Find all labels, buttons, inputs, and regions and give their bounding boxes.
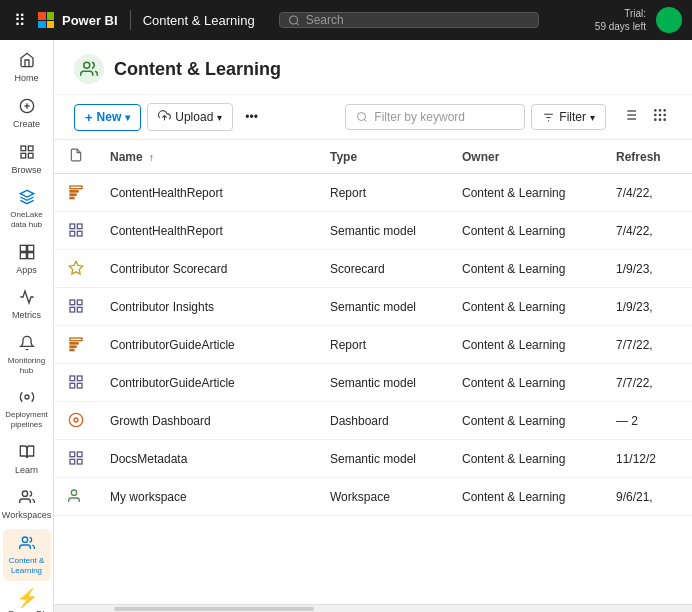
svg-rect-43 — [77, 224, 82, 229]
list-view-button[interactable] — [618, 103, 642, 131]
row-icon-cell — [54, 402, 98, 440]
sidebar-item-content-learning[interactable]: Content & Learning — [3, 529, 51, 581]
svg-point-16 — [84, 62, 90, 68]
table-row[interactable]: Contributor Insights Semantic model Cont… — [54, 288, 692, 326]
svg-point-29 — [655, 110, 656, 111]
sidebar-label-deployment: Deployment pipelines — [5, 410, 49, 429]
sidebar-item-powerbi[interactable]: ⚡ Power BI — [3, 583, 51, 612]
row-refresh: 7/7/22, — [604, 326, 692, 364]
filter-icon — [542, 111, 555, 124]
sidebar-item-learn[interactable]: Learn — [3, 438, 51, 482]
svg-rect-45 — [77, 231, 82, 236]
row-name: Contributor Scorecard — [98, 250, 318, 288]
row-owner: Content & Learning — [450, 440, 604, 478]
row-name: ContentHealthReport — [98, 212, 318, 250]
row-name: ContentHealthReport — [98, 174, 318, 212]
nav-divider — [130, 10, 131, 30]
sidebar-item-deployment[interactable]: Deployment pipelines — [3, 383, 51, 435]
svg-rect-42 — [70, 224, 75, 229]
sidebar-item-metrics[interactable]: Metrics — [3, 283, 51, 327]
row-type: Report — [318, 326, 450, 364]
user-avatar[interactable] — [656, 7, 682, 33]
table-row[interactable]: Growth Dashboard Dashboard Content & Lea… — [54, 402, 692, 440]
sidebar-item-workspaces[interactable]: Workspaces — [3, 483, 51, 527]
row-owner: Content & Learning — [450, 250, 604, 288]
content-table: Name ↑ Type Owner Refresh ContentHealthR… — [54, 140, 692, 604]
sidebar: Home Create Browse OneLake data hub Apps — [0, 40, 54, 612]
col-header-owner: Owner — [450, 140, 604, 174]
svg-rect-41 — [70, 197, 74, 198]
table-row[interactable]: Contributor Scorecard Scorecard Content … — [54, 250, 692, 288]
row-refresh: 11/12/2 — [604, 440, 692, 478]
table-row[interactable]: ContributorGuideArticle Report Content &… — [54, 326, 692, 364]
row-icon-cell — [54, 326, 98, 364]
sidebar-item-browse[interactable]: Browse — [3, 138, 51, 182]
col-header-icon — [54, 140, 98, 174]
row-icon-cell — [54, 174, 98, 212]
svg-point-35 — [655, 119, 656, 120]
sidebar-item-home[interactable]: Home — [3, 46, 51, 90]
row-owner: Content & Learning — [450, 402, 604, 440]
svg-line-1 — [296, 22, 298, 24]
keyword-filter[interactable] — [345, 104, 525, 130]
upload-button[interactable]: Upload ▾ — [147, 103, 233, 131]
col-header-name[interactable]: Name ↑ — [98, 140, 318, 174]
row-type: Scorecard — [318, 250, 450, 288]
waffle-icon[interactable]: ⠿ — [10, 7, 30, 34]
upload-label: Upload — [175, 110, 213, 124]
svg-point-60 — [74, 418, 78, 422]
scrollbar-thumb — [114, 607, 314, 611]
svg-rect-52 — [70, 343, 78, 344]
table-row[interactable]: ContentHealthReport Semantic model Conte… — [54, 212, 692, 250]
dashboard-icon — [66, 410, 86, 430]
grid-view-button[interactable] — [648, 103, 672, 131]
svg-point-13 — [25, 395, 29, 399]
workspaces-icon — [19, 489, 35, 508]
brand-name: Power BI — [56, 13, 118, 28]
row-refresh: 1/9/23, — [604, 288, 692, 326]
svg-rect-54 — [70, 349, 74, 350]
svg-point-37 — [664, 119, 665, 120]
top-navigation: ⠿ Power BI Content & Learning Trial: 59 … — [0, 0, 692, 40]
svg-point-31 — [664, 110, 665, 111]
main-layout: Home Create Browse OneLake data hub Apps — [0, 40, 692, 612]
svg-rect-56 — [77, 376, 82, 381]
more-options-button[interactable]: ••• — [239, 105, 264, 129]
upload-chevron-icon: ▾ — [217, 112, 222, 123]
new-button[interactable]: + New ▾ — [74, 104, 141, 131]
svg-rect-57 — [70, 383, 75, 388]
row-type: Semantic model — [318, 364, 450, 402]
col-header-type: Type — [318, 140, 450, 174]
workspace-name-nav: Content & Learning — [143, 13, 255, 28]
svg-rect-55 — [70, 376, 75, 381]
keyword-filter-input[interactable] — [374, 110, 494, 124]
svg-rect-39 — [70, 191, 78, 192]
table-row[interactable]: My workspace Workspace Content & Learnin… — [54, 478, 692, 516]
row-owner: Content & Learning — [450, 212, 604, 250]
search-input[interactable] — [306, 13, 530, 27]
row-name: DocsMetadata — [98, 440, 318, 478]
row-icon-cell — [54, 212, 98, 250]
table-row[interactable]: ContentHealthReport Report Content & Lea… — [54, 174, 692, 212]
page-title: Content & Learning — [114, 59, 281, 80]
svg-point-18 — [358, 113, 366, 121]
svg-rect-9 — [20, 245, 26, 251]
search-box[interactable] — [279, 12, 539, 28]
sidebar-item-apps[interactable]: Apps — [3, 238, 51, 282]
more-icon: ••• — [245, 110, 258, 124]
filter-button[interactable]: Filter ▾ — [531, 104, 606, 130]
svg-rect-48 — [77, 300, 82, 305]
sidebar-item-create[interactable]: Create — [3, 92, 51, 136]
svg-point-33 — [659, 114, 660, 115]
svg-rect-38 — [70, 186, 82, 189]
sidebar-item-monitoring[interactable]: Monitoring hub — [3, 329, 51, 381]
search-icon — [288, 14, 300, 27]
horizontal-scrollbar[interactable] — [54, 604, 692, 612]
sidebar-label-onelake: OneLake data hub — [5, 210, 49, 229]
table-row[interactable]: DocsMetadata Semantic model Content & Le… — [54, 440, 692, 478]
semantic-icon — [66, 296, 86, 316]
scorecard-icon — [66, 258, 86, 278]
table-row[interactable]: ContributorGuideArticle Semantic model C… — [54, 364, 692, 402]
home-icon — [19, 52, 35, 71]
sidebar-item-onelake[interactable]: OneLake data hub — [3, 183, 51, 235]
